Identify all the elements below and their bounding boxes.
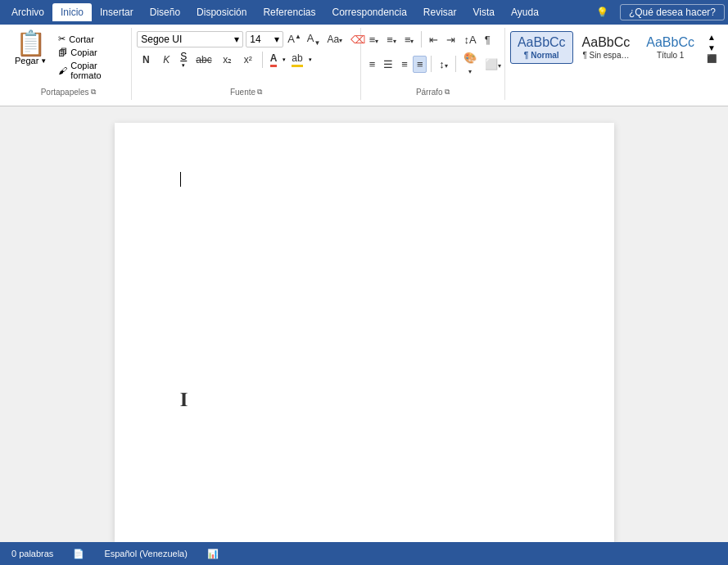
cut-button[interactable]: ✂ Cortar — [55, 33, 126, 45]
italic-button[interactable]: K — [157, 52, 175, 67]
menu-right-area: 💡 ¿Qué desea hacer? — [590, 4, 725, 20]
subscript-button[interactable]: x₂ — [219, 52, 237, 67]
paste-button[interactable]: 📋 Pegar ▼ — [10, 29, 52, 67]
font-row2: N K S ▾ abc x₂ x² A ▾ ab ▾ — [137, 50, 369, 70]
menu-inicio[interactable]: Inicio — [52, 3, 92, 21]
copy-button[interactable]: 🗐 Copiar — [55, 47, 126, 58]
menu-vista[interactable]: Vista — [465, 3, 503, 21]
font-shrink-button[interactable]: A▼ — [305, 32, 323, 47]
parrafo-label: Párrafo ⧉ — [361, 88, 504, 97]
menu-correspondencia[interactable]: Correspondencia — [323, 3, 414, 21]
fuente-label: Fuente ⧉ — [132, 88, 359, 97]
decrease-indent-button[interactable]: ⇤ — [426, 32, 441, 47]
portapapeles-expand-icon[interactable]: ⧉ — [91, 88, 96, 97]
styles-group: AaBbCc ¶ Normal AaBbCc ¶ Sin espa… AaBbC… — [510, 29, 718, 65]
separator1 — [262, 52, 263, 68]
underline-dropdown-icon[interactable]: ▾ — [182, 62, 185, 69]
cut-icon: ✂ — [58, 34, 66, 44]
borders-button[interactable]: ⬜▾ — [482, 56, 504, 72]
clipboard-group: 📋 Pegar ▼ ✂ Cortar 🗐 Copiar 🖌 Copiar for — [10, 29, 126, 81]
justify-button[interactable]: ≡ — [413, 56, 427, 73]
ribbon-group-styles: AaBbCc ¶ Normal AaBbCc ¶ Sin espa… AaBbC… — [505, 28, 723, 100]
font-color-label: A — [270, 52, 278, 64]
layout-icon[interactable]: 📊 — [204, 547, 222, 561]
highlight-color-indicator — [292, 65, 302, 67]
line-spacing-button[interactable]: ↕▾ — [436, 56, 451, 72]
document-page[interactable]: 𝐈 — [115, 123, 614, 542]
superscript-button[interactable]: x² — [239, 52, 257, 67]
proofing-icon[interactable]: 📄 — [70, 547, 88, 561]
parrafo-expand-icon[interactable]: ⧉ — [445, 88, 450, 97]
portapapeles-label: Portapapeles ⧉ — [5, 88, 131, 97]
bullets-button[interactable]: ≡▾ — [366, 32, 382, 47]
style-titulo1[interactable]: AaBbCc Título 1 — [639, 31, 702, 64]
ribbon-group-font: Segoe UI ▾ 14 ▾ A▲ A▼ Aa▾ ⌫ N K S ▾ — [132, 28, 360, 100]
menu-referencias[interactable]: Referencias — [255, 3, 323, 21]
menu-archivo[interactable]: Archivo — [3, 3, 52, 21]
highlight-label: ab — [292, 52, 302, 64]
lightbulb-icon: 💡 — [590, 4, 615, 20]
menu-disposicion[interactable]: Disposición — [188, 3, 255, 21]
status-bar: 0 palabras 📄 Español (Venezuela) 📊 — [0, 542, 728, 565]
multilevel-button[interactable]: ≡▾ — [401, 32, 418, 47]
font-color-button[interactable]: A — [268, 52, 280, 68]
show-marks-button[interactable]: ¶ — [482, 32, 494, 47]
menu-ayuda[interactable]: Ayuda — [503, 3, 547, 21]
ribbon: 📋 Pegar ▼ ✂ Cortar 🗐 Copiar 🖌 Copiar for — [0, 25, 728, 106]
align-left-button[interactable]: ≡ — [366, 56, 379, 72]
bold-button[interactable]: N — [137, 52, 155, 67]
menu-insertar[interactable]: Insertar — [92, 3, 142, 21]
style-normal[interactable]: AaBbCc ¶ Normal — [510, 31, 573, 64]
menu-diseno[interactable]: Diseño — [142, 3, 188, 21]
separator3 — [431, 56, 432, 72]
change-case-button[interactable]: Aa▾ — [324, 33, 345, 46]
clipboard-sub-actions: ✂ Cortar 🗐 Copiar 🖌 Copiar formato — [55, 29, 126, 81]
para-row1: ≡▾ ≡▾ ≡▾ ⇤ ⇥ ↕A ¶ — [366, 31, 504, 47]
numbering-button[interactable]: ≡▾ — [383, 32, 400, 47]
style-sin-espacio[interactable]: AaBbCc ¶ Sin espa… — [575, 31, 638, 64]
ribbon-group-clipboard: 📋 Pegar ▼ ✂ Cortar 🗐 Copiar 🖌 Copiar for — [5, 28, 132, 100]
sort-button[interactable]: ↕A — [460, 32, 479, 47]
word-count[interactable]: 0 palabras — [8, 547, 57, 560]
paste-icon: 📋 — [16, 31, 46, 56]
strikethrough-button[interactable]: abc — [192, 52, 215, 67]
styles-up-icon: ▲ — [708, 33, 716, 42]
ribbon-group-paragraph: ≡▾ ≡▾ ≡▾ ⇤ ⇥ ↕A ¶ ≡ ☰ ≡ ≡ ↕▾ 🎨▾ ⬜▾ — [361, 28, 505, 100]
language[interactable]: Español (Venezuela) — [101, 547, 191, 560]
paste-label: Pegar — [15, 56, 38, 66]
cursor-pointer: 𝐈 — [180, 389, 188, 411]
separator2 — [421, 31, 422, 47]
underline-button[interactable]: S ▾ — [178, 50, 189, 70]
para-row2: ≡ ☰ ≡ ≡ ↕▾ 🎨▾ ⬜▾ — [366, 50, 504, 78]
menu-bar: Archivo Inicio Insertar Diseño Disposici… — [0, 0, 728, 25]
document-area[interactable]: 𝐈 — [0, 106, 728, 542]
fuente-expand-icon[interactable]: ⧉ — [257, 88, 262, 97]
styles-down-icon: ▼ — [708, 43, 716, 52]
search-box[interactable]: ¿Qué desea hacer? — [620, 4, 725, 20]
styles-expand-icon[interactable]: ⬛ — [707, 54, 717, 63]
copy-format-icon: 🖌 — [58, 66, 67, 75]
highlight-dropdown-icon[interactable]: ▾ — [308, 56, 313, 63]
align-center-button[interactable]: ☰ — [380, 56, 396, 72]
size-dropdown-icon: ▾ — [274, 34, 279, 45]
align-right-button[interactable]: ≡ — [398, 56, 411, 72]
paragraph-group-content: ≡▾ ≡▾ ≡▾ ⇤ ⇥ ↕A ¶ ≡ ☰ ≡ ≡ ↕▾ 🎨▾ ⬜▾ — [366, 29, 504, 78]
font-dropdown-icon: ▾ — [234, 34, 239, 45]
font-color-dropdown-icon[interactable]: ▾ — [282, 56, 287, 63]
paste-dropdown-icon[interactable]: ▼ — [40, 57, 47, 65]
font-group-content: Segoe UI ▾ 14 ▾ A▲ A▼ Aa▾ ⌫ N K S ▾ — [137, 29, 369, 70]
font-row1: Segoe UI ▾ 14 ▾ A▲ A▼ Aa▾ ⌫ — [137, 31, 369, 47]
copy-icon: 🗐 — [58, 47, 67, 57]
menu-revisar[interactable]: Revisar — [415, 3, 465, 21]
copy-format-button[interactable]: 🖌 Copiar formato — [55, 60, 126, 81]
text-cursor — [180, 172, 181, 187]
increase-indent-button[interactable]: ⇥ — [443, 32, 459, 47]
highlight-color-button[interactable]: ab — [289, 52, 305, 68]
shading-button[interactable]: 🎨▾ — [460, 50, 480, 78]
font-size-selector[interactable]: 14 ▾ — [246, 31, 283, 47]
styles-scroll-up[interactable]: ▲ ▼ ⬛ — [703, 31, 718, 65]
font-color-indicator — [270, 65, 278, 67]
font-grow-button[interactable]: A▲ — [286, 33, 303, 45]
separator4 — [455, 56, 456, 72]
font-name-selector[interactable]: Segoe UI ▾ — [137, 31, 243, 47]
